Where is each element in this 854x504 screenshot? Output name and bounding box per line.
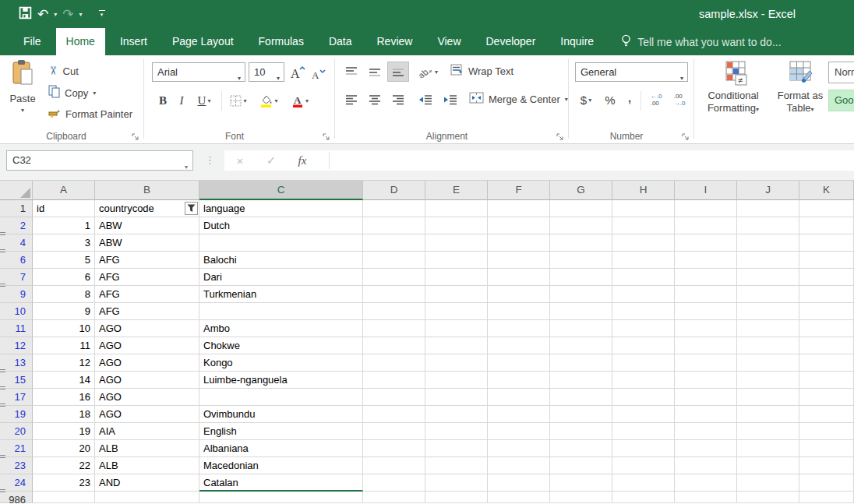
- cell-D17[interactable]: [363, 389, 425, 406]
- increase-indent-button[interactable]: [439, 90, 461, 110]
- row-header-6[interactable]: 6: [0, 252, 33, 269]
- cell-F20[interactable]: [488, 423, 550, 440]
- cell-B9[interactable]: AFG: [95, 286, 199, 303]
- cell-B986[interactable]: [95, 492, 199, 503]
- tab-page-layout[interactable]: Page Layout: [162, 28, 244, 55]
- cell-J23[interactable]: [737, 457, 799, 474]
- cell-E986[interactable]: [425, 492, 488, 503]
- cell-D15[interactable]: [363, 372, 425, 389]
- cell-F7[interactable]: [488, 269, 550, 286]
- cell-B13[interactable]: AGO: [95, 354, 199, 372]
- cell-D23[interactable]: [363, 457, 425, 474]
- cell-I12[interactable]: [675, 337, 737, 354]
- cell-J9[interactable]: [737, 286, 799, 303]
- cell-J6[interactable]: [737, 252, 799, 269]
- cell-J19[interactable]: [737, 406, 799, 423]
- decrease-font-size-button[interactable]: A: [309, 65, 327, 83]
- cell-I9[interactable]: [675, 286, 737, 303]
- cell-C21[interactable]: Albaniana: [199, 440, 363, 457]
- row-header-986[interactable]: 986: [0, 492, 33, 503]
- cell-G1[interactable]: [550, 200, 612, 217]
- cell-G4[interactable]: [550, 234, 612, 252]
- cell-D21[interactable]: [363, 440, 425, 457]
- cell-G24[interactable]: [550, 474, 612, 492]
- underline-dropdown-icon[interactable]: ▾: [207, 97, 210, 104]
- percent-format-button[interactable]: %: [602, 90, 619, 110]
- cell-E11[interactable]: [425, 320, 488, 337]
- cell-I11[interactable]: [675, 320, 737, 337]
- cell-E20[interactable]: [425, 423, 488, 440]
- cell-H2[interactable]: [612, 217, 675, 234]
- cell-A2[interactable]: 1: [33, 217, 95, 234]
- fill-color-button[interactable]: ▾: [256, 91, 282, 110]
- cell-B6[interactable]: AFG: [95, 252, 199, 269]
- cell-B4[interactable]: ABW: [95, 234, 199, 252]
- cell-H21[interactable]: [612, 440, 675, 457]
- cell-E21[interactable]: [425, 440, 488, 457]
- cell-I23[interactable]: [675, 457, 737, 474]
- cell-E13[interactable]: [425, 354, 488, 372]
- format-painter-button[interactable]: Format Painter: [48, 106, 132, 122]
- cell-K4[interactable]: [799, 234, 854, 252]
- cell-B12[interactable]: AGO: [95, 337, 199, 354]
- top-align-button[interactable]: [341, 62, 362, 82]
- cell-G20[interactable]: [550, 423, 612, 440]
- cell-D1[interactable]: [363, 200, 425, 217]
- cell-K12[interactable]: [799, 337, 854, 354]
- row-header-24[interactable]: 24: [0, 474, 33, 492]
- cell-C7[interactable]: Dari: [199, 269, 363, 286]
- cell-J2[interactable]: [737, 217, 799, 234]
- cell-G12[interactable]: [550, 337, 612, 354]
- cell-G2[interactable]: [550, 217, 612, 234]
- cell-A4[interactable]: 3: [33, 234, 95, 252]
- name-box[interactable]: C32 ▾: [6, 150, 193, 171]
- cell-C15[interactable]: Luimbe-nganguela: [199, 372, 363, 389]
- cell-F9[interactable]: [488, 286, 550, 303]
- row-header-2[interactable]: 2: [0, 217, 33, 234]
- alignment-dialog-launcher-icon[interactable]: [556, 131, 565, 139]
- font-dialog-launcher-icon[interactable]: [323, 131, 331, 139]
- cell-D10[interactable]: [363, 303, 425, 320]
- cell-E17[interactable]: [425, 389, 488, 406]
- row-header-10[interactable]: 10: [0, 303, 33, 320]
- cell-I20[interactable]: [675, 423, 737, 440]
- cell-B1[interactable]: countrycode: [95, 200, 199, 217]
- cell-J20[interactable]: [737, 423, 799, 440]
- cell-B11[interactable]: AGO: [95, 320, 199, 337]
- tab-data[interactable]: Data: [319, 28, 362, 55]
- cell-I4[interactable]: [675, 234, 737, 252]
- filter-icon[interactable]: [185, 202, 198, 215]
- cell-A15[interactable]: 14: [33, 372, 95, 389]
- cell-E24[interactable]: [425, 474, 488, 492]
- wrap-text-button[interactable]: Wrap Text: [450, 64, 513, 79]
- row-header-7[interactable]: 7: [0, 269, 33, 286]
- copy-dropdown-icon[interactable]: ▾: [93, 90, 96, 97]
- cell-K7[interactable]: [799, 269, 854, 286]
- cell-B24[interactable]: AND: [95, 474, 199, 492]
- align-center-button[interactable]: [364, 90, 386, 110]
- currency-format-button[interactable]: $ ▾: [575, 90, 597, 110]
- tab-review[interactable]: Review: [367, 28, 423, 55]
- cell-K20[interactable]: [799, 423, 854, 440]
- column-header-I[interactable]: I: [675, 181, 737, 200]
- cell-I24[interactable]: [675, 474, 737, 492]
- cell-G15[interactable]: [550, 372, 612, 389]
- cell-I1[interactable]: [675, 200, 737, 217]
- cell-A9[interactable]: 8: [33, 286, 95, 303]
- font-size-dropdown-icon[interactable]: ▾: [277, 69, 280, 87]
- cell-C9[interactable]: Turkmenian: [199, 286, 363, 303]
- cell-A20[interactable]: 19: [33, 423, 95, 440]
- paste-dropdown-icon[interactable]: ▾: [21, 107, 24, 114]
- cell-K15[interactable]: [799, 372, 854, 389]
- tab-insert[interactable]: Insert: [110, 28, 157, 55]
- cell-G7[interactable]: [550, 269, 612, 286]
- cell-E4[interactable]: [425, 234, 488, 252]
- merge-center-dropdown-icon[interactable]: ▾: [565, 96, 568, 103]
- cell-F13[interactable]: [488, 354, 550, 372]
- cell-H17[interactable]: [612, 389, 675, 406]
- cell-D12[interactable]: [363, 337, 425, 354]
- cell-A12[interactable]: 11: [33, 337, 95, 354]
- cell-H23[interactable]: [612, 457, 675, 474]
- cell-K13[interactable]: [799, 354, 854, 372]
- select-all-corner[interactable]: [0, 181, 33, 200]
